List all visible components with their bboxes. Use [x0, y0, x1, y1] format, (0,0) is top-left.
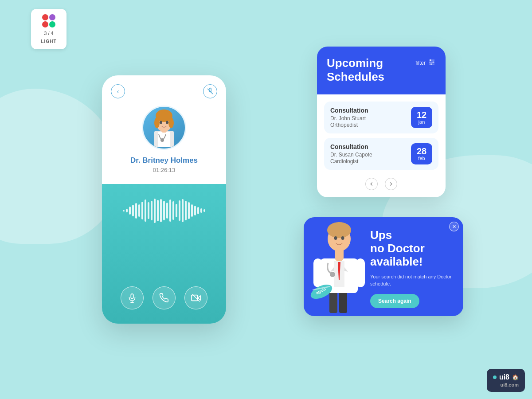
- schedule-date-1: 12 jan: [411, 107, 432, 128]
- schedule-specialty-2: Cardiologist: [330, 158, 372, 164]
- waveform: [123, 197, 205, 224]
- watermark-name: ui8: [499, 373, 509, 381]
- close-button[interactable]: ✕: [449, 222, 459, 231]
- wave-bar-21: [188, 202, 190, 219]
- phone-button[interactable]: [153, 286, 176, 309]
- figma-badge: 3 / 4 LIGHT: [31, 9, 66, 49]
- wave-bar-17: [176, 204, 177, 217]
- wave-bar-24: [197, 207, 199, 214]
- close-icon: ✕: [452, 224, 456, 230]
- date-num-1: 12: [416, 110, 427, 119]
- phone-card: ‹: [102, 75, 226, 324]
- schedule-next-button[interactable]: [385, 178, 397, 190]
- wave-bar-3: [132, 205, 134, 216]
- schedule-info-2: Consultation Dr. Susan Capote Cardiologi…: [330, 143, 372, 164]
- schedules-header: Upcoming Schedules filter: [317, 47, 446, 94]
- doctor-name: Dr. Britney Holmes: [130, 156, 198, 165]
- schedules-body: Consultation Dr. John Stuart Orthopedist…: [317, 94, 446, 197]
- figma-dot-red2: [42, 21, 48, 27]
- schedule-doctor-1: Dr. John Stuart: [330, 115, 368, 121]
- wave-bar-20: [185, 201, 187, 220]
- no-doctor-subtitle: Your search did not match any Doctor sch…: [370, 273, 455, 288]
- schedule-nav: [324, 174, 438, 192]
- wave-bar-15: [169, 200, 171, 222]
- watermark-brand: ui8 🏠: [493, 373, 519, 381]
- avatar-svg: [146, 108, 182, 148]
- schedules-title-line1: Upcoming: [327, 56, 384, 70]
- badge-page: 3 / 4: [44, 30, 53, 36]
- wave-bar-7: [145, 200, 146, 222]
- schedule-date-2: 28 feb: [411, 143, 432, 164]
- wave-bar-23: [194, 206, 196, 215]
- figma-dot-purple: [49, 14, 55, 20]
- schedule-item-2: Consultation Dr. Susan Capote Cardiologi…: [324, 138, 438, 170]
- schedule-type-2: Consultation: [330, 143, 372, 150]
- svg-rect-2: [158, 132, 170, 147]
- wave-bar-5: [138, 204, 140, 217]
- filter-label: filter: [415, 60, 426, 66]
- svg-point-19: [430, 59, 431, 61]
- svg-line-0: [207, 89, 213, 94]
- phone-nav: ‹: [111, 84, 217, 98]
- schedule-item-1: Consultation Dr. John Stuart Orthopedist…: [324, 102, 438, 133]
- watermark-icon: 🏠: [512, 374, 519, 380]
- no-doc-title-line2: no Doctor: [370, 242, 455, 255]
- video-button[interactable]: [184, 286, 207, 309]
- wave-bar-22: [191, 204, 193, 217]
- svg-point-3: [160, 138, 164, 142]
- mute-button[interactable]: [203, 84, 217, 98]
- schedules-title: Upcoming Schedules: [327, 56, 384, 84]
- watermark-site: ui8.com: [500, 382, 519, 387]
- date-month-2: feb: [416, 156, 427, 161]
- svg-point-20: [433, 62, 434, 63]
- filter-button[interactable]: filter: [415, 58, 436, 67]
- search-again-button[interactable]: Search again: [370, 294, 419, 308]
- wave-bar-10: [154, 199, 156, 223]
- svg-point-10: [166, 121, 168, 124]
- svg-marker-13: [198, 296, 200, 300]
- wave-bar-12: [160, 199, 162, 222]
- wave-bar-16: [172, 201, 174, 220]
- watermark-dot: [493, 376, 497, 379]
- wave-bar-18: [179, 200, 180, 221]
- svg-point-35: [327, 222, 351, 238]
- schedules-title-line2: Schedules: [327, 70, 384, 84]
- wave-bar-14: [166, 203, 168, 219]
- svg-point-36: [334, 236, 337, 240]
- schedule-info-1: Consultation Dr. John Stuart Orthopedist: [330, 107, 368, 128]
- schedule-specialty-1: Orthopedist: [330, 122, 368, 128]
- date-month-1: jan: [416, 119, 427, 125]
- schedule-type-1: Consultation: [330, 107, 368, 114]
- schedule-prev-button[interactable]: [365, 178, 378, 190]
- mic-button[interactable]: [121, 286, 144, 309]
- svg-rect-14: [192, 295, 198, 301]
- figma-dot-red: [42, 14, 48, 20]
- no-doc-title-line3: available!: [370, 255, 455, 269]
- no-doctor-illustration: again: [304, 217, 366, 316]
- svg-rect-28: [313, 258, 322, 287]
- schedule-doctor-2: Dr. Susan Capote: [330, 152, 372, 158]
- svg-point-7: [154, 117, 160, 128]
- call-time: 01:26:13: [153, 167, 176, 173]
- wave-bar-13: [163, 201, 165, 220]
- wave-bar-4: [135, 203, 137, 219]
- figma-dot-green: [49, 21, 55, 27]
- date-num-2: 28: [416, 147, 427, 156]
- wave-bar-2: [129, 207, 131, 215]
- phone-top-section: ‹: [102, 75, 226, 184]
- wave-bar-26: [203, 209, 205, 212]
- doctor-avatar: [142, 106, 186, 150]
- wave-bar-0: [123, 210, 125, 211]
- wave-bar-9: [151, 201, 153, 220]
- svg-point-37: [341, 236, 344, 240]
- back-button[interactable]: ‹: [111, 84, 125, 98]
- filter-icon: [428, 58, 436, 67]
- svg-point-27: [330, 272, 335, 277]
- wave-bar-1: [126, 209, 128, 212]
- svg-point-21: [430, 63, 432, 65]
- badge-mode: LIGHT: [41, 39, 57, 44]
- no-doc-title-line1: Ups: [370, 229, 455, 242]
- figma-logo: [42, 14, 55, 27]
- doctor-figure-svg: again: [304, 219, 375, 316]
- wave-bar-6: [141, 202, 143, 219]
